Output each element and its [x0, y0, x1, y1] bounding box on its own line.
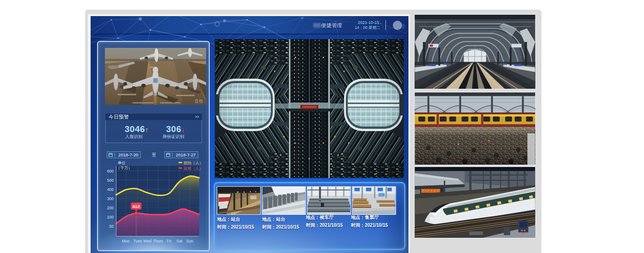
svg-text:500: 500 — [107, 178, 114, 183]
svg-text:400: 400 — [107, 187, 114, 192]
svg-text:Tues: Tues — [133, 239, 142, 243]
svg-text:300: 300 — [107, 196, 114, 201]
svg-text:（千万）: （千万） — [116, 166, 132, 170]
svg-text:412: 412 — [132, 204, 140, 209]
svg-text:Sun: Sun — [186, 239, 193, 243]
svg-text:50: 50 — [109, 224, 114, 229]
svg-text:100: 100 — [107, 215, 114, 219]
svg-text:Mon: Mon — [122, 239, 130, 243]
svg-text:比对（人）: 比对（人） — [184, 166, 203, 171]
svg-text:抓拍（人）: 抓拍（人） — [183, 161, 203, 165]
svg-text:豆包: 豆包 — [195, 99, 203, 104]
svg-text:600: 600 — [107, 169, 114, 173]
svg-text:Wed: Wed — [144, 239, 152, 243]
svg-text:Thurs: Thurs — [153, 239, 163, 243]
svg-text:单位: 单位 — [118, 161, 126, 165]
svg-text:Sat: Sat — [177, 239, 183, 243]
svg-text:200: 200 — [107, 206, 114, 210]
svg-text:Fri: Fri — [167, 239, 172, 243]
